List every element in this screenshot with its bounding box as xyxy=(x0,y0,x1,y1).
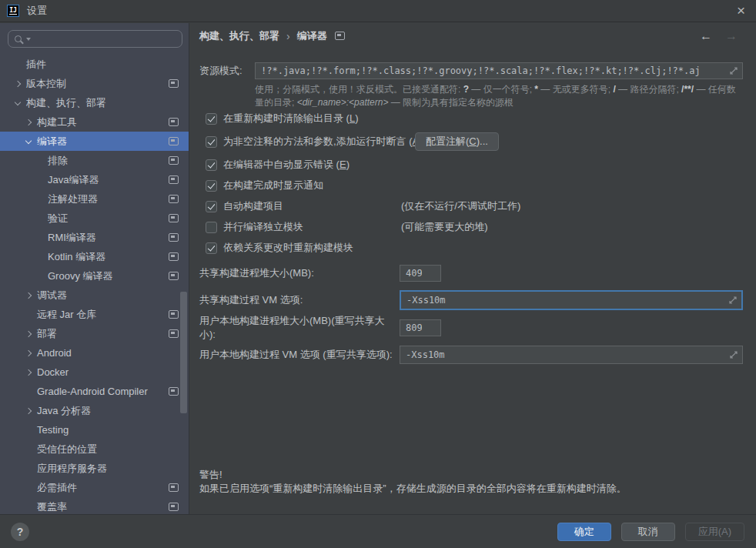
checkbox-checked[interactable] xyxy=(206,113,217,125)
field-input[interactable] xyxy=(400,320,440,336)
breadcrumb-parent[interactable]: 构建、执行、部署 xyxy=(199,29,279,43)
sidebar-item[interactable]: 插件 xyxy=(0,55,189,74)
form-field-row: 共享构建进程堆大小(MB): xyxy=(199,265,743,282)
chevron-placeholder xyxy=(26,486,31,490)
sidebar-item-label: 排除 xyxy=(48,154,68,168)
sidebar-item[interactable]: 远程 Jar 仓库 xyxy=(0,305,189,324)
checkbox-checked[interactable] xyxy=(206,242,217,254)
sidebar-item[interactable]: Java 分析器 xyxy=(0,401,189,420)
field-label: 用户本地构建过程 VM 选项 (重写共享选项): xyxy=(199,348,400,362)
sidebar-item[interactable]: 编译器 xyxy=(0,132,189,151)
sidebar-item[interactable]: Gradle-Android Compiler xyxy=(0,382,189,401)
checkbox-label[interactable]: 并行编译独立模块 xyxy=(223,220,303,234)
sidebar-item[interactable]: Kotlin 编译器 xyxy=(0,247,189,266)
chevron-placeholder xyxy=(26,505,31,510)
checkbox-label[interactable]: 在编辑器中自动显示错误 (E) xyxy=(223,158,350,172)
checkbox-label[interactable]: 自动构建项目 xyxy=(223,199,283,213)
sidebar-item[interactable]: Java编译器 xyxy=(0,170,189,189)
sidebar-scrollbar[interactable] xyxy=(180,292,187,413)
sidebar-item[interactable]: 必需插件 xyxy=(0,478,189,497)
sidebar-item-label: Gradle-Android Compiler xyxy=(37,386,148,397)
chevron-down-icon[interactable] xyxy=(25,137,32,143)
checkbox-row: 并行编译独立模块(可能需要更大的堆) xyxy=(206,220,743,234)
search-input[interactable] xyxy=(35,34,177,45)
project-level-monitor-icon xyxy=(169,156,179,165)
checkbox-checked[interactable] xyxy=(206,159,217,171)
back-arrow-icon[interactable]: ← xyxy=(700,29,712,43)
checkbox-row: 在编辑器中自动显示错误 (E) xyxy=(206,158,743,172)
sidebar-item-label: Groovy 编译器 xyxy=(48,269,113,283)
checkbox-unchecked[interactable] xyxy=(206,222,217,233)
checkbox-label[interactable]: 在重新构建时清除输出目录 (L) xyxy=(223,112,359,125)
sidebar-item-label: RMI编译器 xyxy=(48,231,96,245)
chevron-down-icon[interactable] xyxy=(15,99,21,105)
apply-button: 应用(A) xyxy=(685,523,744,541)
sidebar-item[interactable]: 受信任的位置 xyxy=(0,439,189,459)
sidebar-item[interactable]: 应用程序服务器 xyxy=(0,459,189,478)
settings-search-box[interactable] xyxy=(8,30,182,48)
intellij-logo-icon: IJ xyxy=(7,5,19,17)
project-level-monitor-icon xyxy=(169,195,179,203)
sidebar-item[interactable]: RMI编译器 xyxy=(0,228,189,247)
expand-field-icon[interactable] xyxy=(728,296,738,305)
close-icon[interactable]: × xyxy=(737,1,745,21)
sidebar-item-label: 必需插件 xyxy=(37,481,77,495)
chevron-right-icon[interactable] xyxy=(25,349,32,356)
sidebar-item[interactable]: Android xyxy=(0,343,189,363)
sidebar-item[interactable]: 注解处理器 xyxy=(0,189,189,209)
checkbox-label[interactable]: 依赖关系更改时重新构建模块 xyxy=(223,241,353,255)
chevron-right-icon[interactable] xyxy=(25,407,32,413)
field-label: 用户本地构建进程堆大小(MB)(重写共享大小): xyxy=(199,314,400,342)
sidebar-item-label: Docker xyxy=(37,366,69,378)
project-level-monitor-icon xyxy=(335,32,345,40)
chevron-placeholder xyxy=(26,466,31,471)
chevron-right-icon[interactable] xyxy=(25,330,32,336)
checkbox-checked[interactable] xyxy=(206,136,217,148)
chevron-placeholder xyxy=(26,312,31,317)
field-label: 共享构建进程堆大小(MB): xyxy=(199,266,400,280)
checkbox-row: 为非空注释的方法和参数,添加运行时断言 (A)配置注解(C)... xyxy=(206,135,743,149)
search-history-caret-icon[interactable] xyxy=(26,38,31,41)
configure-annotations-button[interactable]: 配置注解(C)... xyxy=(415,132,499,151)
checkbox-checked[interactable] xyxy=(206,201,217,212)
project-level-monitor-icon xyxy=(169,329,179,338)
expand-field-icon[interactable] xyxy=(729,350,738,359)
sidebar-item[interactable]: Docker xyxy=(0,363,189,382)
resource-patterns-input[interactable] xyxy=(256,63,742,79)
sidebar-item-label: Kotlin 编译器 xyxy=(48,250,105,264)
chevron-right-icon[interactable] xyxy=(25,369,32,375)
sidebar-item[interactable]: 构建工具 xyxy=(0,112,189,132)
checkbox-label[interactable]: 为非空注释的方法和参数,添加运行时断言 (A) xyxy=(223,135,423,149)
project-level-monitor-icon xyxy=(169,503,179,511)
sidebar-item[interactable]: 构建、执行、部署 xyxy=(0,93,189,112)
field-input[interactable] xyxy=(401,292,741,309)
chevron-right-icon[interactable] xyxy=(25,292,32,298)
checkbox-checked[interactable] xyxy=(206,180,217,192)
chevron-right-icon[interactable] xyxy=(15,80,21,86)
sidebar-item[interactable]: 调试器 xyxy=(0,286,189,305)
project-level-monitor-icon xyxy=(169,79,179,88)
sidebar-item[interactable]: Testing xyxy=(0,420,189,439)
field-input[interactable] xyxy=(400,266,440,281)
field-input[interactable] xyxy=(400,346,742,363)
chevron-right-icon[interactable] xyxy=(25,119,32,125)
checkbox-label[interactable]: 在构建完成时显示通知 xyxy=(223,179,323,192)
help-icon[interactable]: ? xyxy=(11,523,29,541)
checkbox-comment: (仅在不运行/不调试时工作) xyxy=(401,199,520,213)
project-level-monitor-icon xyxy=(169,252,179,261)
cancel-button[interactable]: 取消 xyxy=(621,523,675,541)
sidebar-item[interactable]: 排除 xyxy=(0,151,189,170)
expand-field-icon[interactable] xyxy=(729,66,738,75)
sidebar-item[interactable]: Groovy 编译器 xyxy=(0,266,189,286)
chevron-placeholder xyxy=(26,447,31,452)
search-icon xyxy=(15,35,22,42)
sidebar-item[interactable]: 覆盖率 xyxy=(0,497,189,514)
field-box xyxy=(400,319,441,336)
field-label: 共享构建过程 VM 选项: xyxy=(199,293,400,307)
titlebar: IJ 设置 × xyxy=(0,0,756,22)
sidebar-item[interactable]: 版本控制 xyxy=(0,74,189,93)
sidebar-item[interactable]: 验证 xyxy=(0,209,189,228)
warning-block: 警告! 如果已启用选项“重新构建时清除输出目录”，存储生成源的目录的全部内容将在… xyxy=(199,468,627,496)
ok-button[interactable]: 确定 xyxy=(557,523,611,541)
sidebar-item[interactable]: 部署 xyxy=(0,324,189,343)
